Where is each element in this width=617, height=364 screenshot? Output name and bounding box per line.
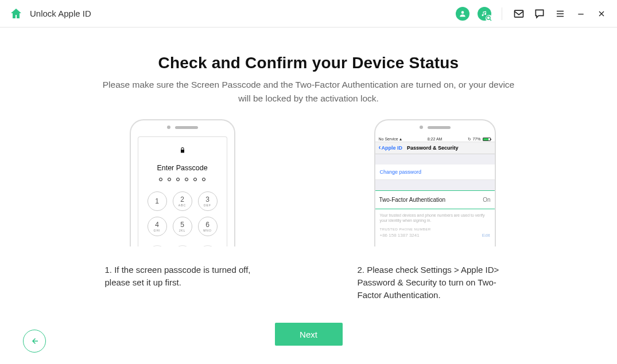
- page-subtitle: Please make sure the Screen Passcode and…: [102, 78, 515, 105]
- keypad-key-8: 8TUV: [173, 245, 192, 246]
- close-button[interactable]: [595, 7, 608, 20]
- caption-passcode: 1. If the screen passcode is turned off,…: [105, 264, 260, 289]
- header-title: Unlock Apple ID: [30, 9, 91, 18]
- music-tool-icon[interactable]: [478, 7, 491, 21]
- passcode-dots: [143, 178, 222, 181]
- svg-rect-2: [515, 10, 523, 17]
- mail-icon[interactable]: [513, 7, 525, 20]
- svg-point-1: [487, 16, 490, 19]
- lock-icon: [143, 146, 222, 156]
- status-battery: ↻ 77%: [468, 137, 491, 142]
- phone-mock-settings: No Service ▴ 8:22 AM ↻ 77% ‹Apple ID Pas…: [374, 119, 496, 246]
- feedback-icon[interactable]: [533, 7, 546, 20]
- passcode-keypad: 12ABC3DEF4GHI5JKL6MNO7PQRS8TUV9WXYZ: [143, 191, 222, 246]
- panel-two-factor: No Service ▴ 8:22 AM ↻ 77% ‹Apple ID Pas…: [358, 119, 513, 301]
- tfa-footnote: Your trusted devices and phone numbers a…: [375, 209, 495, 240]
- keypad-key-1: 1: [148, 191, 167, 211]
- minimize-button[interactable]: [575, 7, 587, 20]
- menu-icon[interactable]: [554, 7, 566, 20]
- tfa-label: Two-Factor Authentication: [379, 197, 446, 203]
- keypad-key-7: 7PQRS: [148, 245, 167, 246]
- header-bar: Unlock Apple ID: [0, 0, 617, 28]
- change-password-cell: Change password: [375, 165, 495, 180]
- keypad-key-4: 4GHI: [148, 217, 167, 236]
- keypad-key-2: 2ABC: [173, 191, 192, 211]
- caption-two-factor: 2. Please check Settings > Apple ID> Pas…: [358, 264, 513, 301]
- phone-mock-passcode: Enter Passcode 12ABC3DEF4GHI5JKL6MNO7PQR…: [130, 119, 235, 246]
- panel-passcode: Enter Passcode 12ABC3DEF4GHI5JKL6MNO7PQR…: [105, 119, 260, 301]
- main-content: Check and Confirm your Device Status Ple…: [0, 28, 617, 346]
- keypad-key-6: 6MNO: [198, 217, 218, 236]
- two-factor-cell: Two-Factor Authentication On: [374, 190, 496, 209]
- status-time: 8:22 AM: [428, 137, 443, 141]
- nav-back: ‹Apple ID: [379, 145, 403, 151]
- back-button[interactable]: [23, 330, 46, 353]
- keypad-key-5: 5JKL: [173, 217, 192, 236]
- svg-point-0: [461, 11, 464, 14]
- next-button[interactable]: Next: [275, 323, 343, 346]
- tfa-status: On: [483, 197, 490, 203]
- keypad-key-3: 3DEF: [198, 191, 218, 211]
- enter-passcode-label: Enter Passcode: [143, 164, 222, 172]
- ios-status-bar: No Service ▴ 8:22 AM ↻ 77%: [375, 134, 495, 142]
- nav-title: Password & Security: [406, 145, 491, 151]
- status-carrier: No Service ▴: [379, 136, 402, 142]
- account-icon[interactable]: [456, 7, 469, 21]
- home-icon[interactable]: [9, 7, 23, 21]
- keypad-key-9: 9WXYZ: [198, 245, 218, 246]
- ios-nav-bar: ‹Apple ID Password & Security: [375, 142, 495, 154]
- page-title: Check and Confirm your Device Status: [0, 54, 617, 72]
- header-divider: [502, 7, 502, 20]
